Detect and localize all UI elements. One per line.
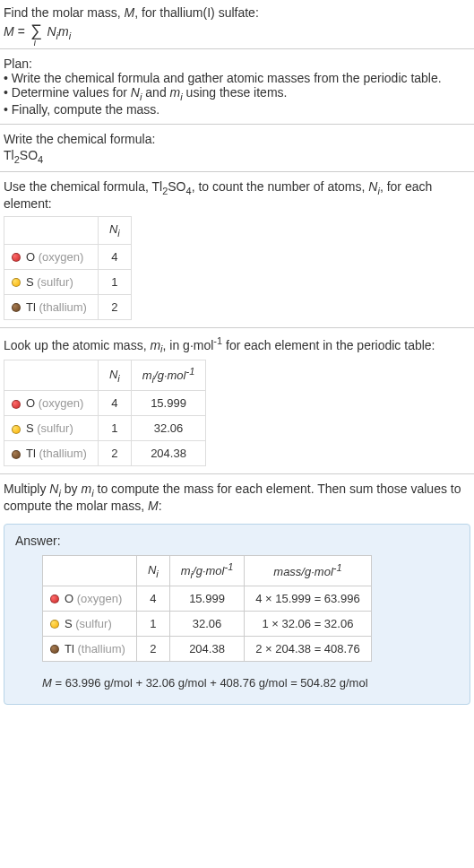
step3-exp: -1 (213, 335, 222, 346)
element-symbol: S (26, 275, 34, 289)
th-n-sub: i (117, 372, 119, 383)
n-value: 1 (98, 269, 131, 294)
th-m: m (181, 564, 191, 577)
step3-text: Look up the atomic mass, mi, in g·mol-1 … (4, 335, 470, 354)
element-symbol: O (26, 250, 35, 264)
eq-m-sub: i (69, 30, 71, 41)
eq-equals: = (14, 24, 29, 39)
th-blank (4, 360, 99, 391)
n-value: 4 (136, 586, 169, 611)
chem-tl: Tl (4, 148, 14, 162)
element-symbol: O (26, 396, 35, 410)
table-row: Tl (thallium)2204.38 (4, 441, 206, 466)
element-name: (sulfur) (34, 275, 73, 289)
th-n: N (109, 368, 117, 381)
table-row: Tl (thallium)2 (4, 294, 132, 319)
step2-section: Use the chemical formula, Tl2SO4, to cou… (0, 174, 474, 325)
element-name: (oxygen) (35, 396, 83, 410)
th-n: N (109, 222, 117, 236)
n-value: 1 (136, 611, 169, 636)
element-dot-icon (12, 400, 21, 409)
element-dot-icon (12, 425, 21, 434)
eq-lhs: M (4, 24, 14, 39)
step1-section: Write the chemical formula: Tl2SO4 (0, 126, 474, 170)
n-value: 4 (98, 391, 131, 416)
plan-b2: • Determine values for Ni and mi using t… (4, 85, 470, 102)
th-mi: mi/g·mol-1 (169, 555, 244, 586)
divider (0, 48, 474, 49)
plan-b1: • Write the chemical formula and gather … (4, 71, 470, 85)
divider (0, 171, 474, 172)
m-value: 15.999 (131, 391, 205, 416)
element-cell: S (sulfur) (4, 269, 99, 294)
th-n: N (148, 563, 156, 577)
th-n-sub: i (117, 228, 119, 239)
n-value: 2 (98, 294, 131, 319)
mass-value: 4 × 15.999 = 63.996 (245, 586, 371, 611)
m-value: 204.38 (169, 636, 244, 661)
m-value: 32.06 (131, 416, 205, 441)
chem-4: 4 (38, 153, 43, 164)
chem-tl: Tl (151, 179, 162, 194)
var-m: M (125, 5, 135, 20)
plan-section: Plan: • Write the chemical formula and g… (0, 51, 474, 122)
step4-text: Multiply Ni by mi to compute the mass fo… (4, 482, 470, 513)
table-row: O (oxygen)415.9994 × 15.999 = 63.996 (43, 586, 372, 611)
table-row: S (sulfur)132.061 × 32.06 = 32.06 (43, 611, 372, 636)
divider (0, 473, 474, 474)
element-cell: O (oxygen) (43, 586, 137, 611)
m-value: 32.06 (169, 611, 244, 636)
th-exp: -1 (333, 562, 342, 573)
th-blank (43, 555, 137, 586)
step3-pre: Look up the atomic mass, (4, 337, 150, 352)
element-name: (thallium) (36, 300, 87, 314)
answer-box: Answer: Ni mi/g·mol-1 mass/g·mol-1 O (ox… (4, 524, 470, 705)
var-ni: N (49, 482, 58, 496)
th-exp: -1 (224, 561, 233, 572)
element-cell: Tl (thallium) (4, 441, 99, 466)
step3-end: for each element in the periodic table: (222, 337, 435, 352)
plan-b3: • Finally, compute the mass. (4, 102, 470, 117)
table-row: O (oxygen)4 (4, 244, 132, 269)
element-name: (sulfur) (34, 421, 73, 435)
th-ni: Ni (98, 217, 131, 245)
var-ni: N (368, 179, 377, 194)
final-equation: M = 63.996 g/mol + 32.06 g/mol + 408.76 … (42, 676, 459, 690)
element-name: (oxygen) (73, 592, 122, 605)
th-mass: mass/g·mol-1 (245, 555, 371, 586)
table-row: O (oxygen)415.999 (4, 391, 206, 416)
element-dot-icon (12, 303, 21, 312)
element-symbol: Tl (26, 300, 36, 314)
n-value: 2 (98, 441, 131, 466)
th-ni: Ni (98, 360, 131, 391)
var-mi: m (150, 337, 160, 352)
var-mi: m (82, 482, 92, 496)
plan-b2-b: and (142, 85, 169, 100)
m-value: 15.999 (169, 586, 244, 611)
intro-line: Find the molar mass, M, for thallium(I) … (4, 5, 470, 20)
step4-end: : (159, 499, 162, 513)
step4-pre: Multiply (4, 482, 49, 496)
element-cell: O (oxygen) (4, 391, 99, 416)
step4-mid: by (61, 482, 82, 496)
sigma-icon: ∑i (30, 22, 42, 40)
table-atom-counts: Ni O (oxygen)4 S (sulfur)1 Tl (thallium)… (4, 216, 132, 320)
step3-section: Look up the atomic mass, mi, in g·mol-1 … (0, 330, 474, 472)
step2-pre: Use the chemical formula, (4, 179, 151, 194)
table-row: S (sulfur)132.06 (4, 416, 206, 441)
step4-section: Multiply Ni by mi to compute the mass fo… (0, 476, 474, 518)
th-m: m (142, 369, 152, 383)
th-blank (4, 217, 99, 245)
element-symbol: Tl (26, 447, 36, 460)
element-cell: S (sulfur) (4, 416, 99, 441)
plan-b2-c: using these items. (183, 85, 288, 100)
table-row: Tl (thallium)2204.382 × 204.38 = 408.76 (43, 636, 372, 661)
th-exp: -1 (185, 366, 194, 377)
table-header-row: Ni mi/g·mol-1 mass/g·mol-1 (43, 555, 372, 586)
element-cell: O (oxygen) (4, 244, 99, 269)
element-dot-icon (50, 645, 59, 654)
final-lhs: M (42, 676, 52, 690)
th-n-sub: i (156, 568, 158, 578)
element-name: (oxygen) (35, 250, 83, 264)
eq-n: N (47, 24, 56, 39)
